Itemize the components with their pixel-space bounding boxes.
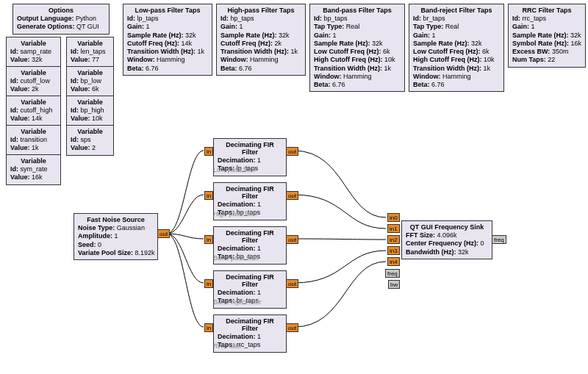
sink-freq-in-port[interactable]: freq (385, 269, 400, 278)
var-transition[interactable]: Variable Id: transition Value: 1k (6, 125, 61, 156)
fir-hp-caption: High-pass filter (213, 210, 257, 217)
fir-bp-in-port[interactable]: in (204, 235, 213, 244)
sink-in4-port[interactable]: in4 (387, 257, 400, 266)
lp-taps-block[interactable]: Low-pass Filter Taps Id: lp_taps Gain: 1… (123, 4, 212, 76)
var-cutoff-high[interactable]: Variable Id: cutoff_high Value: 14k (6, 96, 61, 126)
var-sps[interactable]: Variable Id: sps Value: 2 (66, 125, 114, 156)
fir-hp-out-port[interactable]: out (286, 191, 298, 200)
var-len-taps[interactable]: Variable Id: len_taps Value: 77 (66, 37, 114, 68)
fir-rrc-caption: RRC filter (213, 342, 242, 350)
var-sym-rate[interactable]: Variable Id: sym_rate Value: 16k (6, 154, 61, 185)
freq-sink-block[interactable]: QT GUI Frequency Sink FFT Size: 4.096k C… (401, 220, 492, 259)
sink-in3-port[interactable]: in3 (387, 246, 400, 255)
bp-taps-block[interactable]: Band-pass Filter Taps Id: bp_taps Tap Ty… (309, 4, 405, 92)
sink-in0-port[interactable]: in0 (387, 213, 400, 222)
fir-bp-caption: Band-pass filter (213, 254, 259, 262)
fir-hp-in-port[interactable]: in (204, 191, 213, 200)
var-samp-rate[interactable]: Variable Id: samp_rate Value: 32k (6, 37, 61, 68)
br-taps-block[interactable]: Band-reject Filter Taps Id: br_taps Tap … (409, 4, 504, 92)
fir-lp-out-port[interactable]: out (286, 147, 298, 156)
noise-out-port[interactable]: out (157, 229, 170, 238)
fir-br-caption: Band-reject filter (213, 298, 262, 306)
block-title: Options (17, 7, 105, 14)
var-cutoff-low[interactable]: Variable Id: cutoff_low Value: 2k (6, 66, 61, 97)
fir-bp-out-port[interactable]: out (286, 235, 298, 244)
rrc-taps-block[interactable]: RRC Filter Taps Id: rrc_taps Gain: 1 Sam… (508, 4, 586, 68)
var-bp-low[interactable]: Variable Id: bp_low Value: 6k (66, 66, 114, 97)
fir-rrc-in-port[interactable]: in (204, 323, 213, 332)
sink-bw-in-port[interactable]: bw (388, 280, 400, 289)
fir-lp-caption: Low-pass filter (213, 166, 256, 173)
fir-rrc-out-port[interactable]: out (286, 323, 298, 332)
fir-br-out-port[interactable]: out (286, 279, 298, 288)
sink-in2-port[interactable]: in2 (387, 235, 400, 244)
options-block[interactable]: Options Output Language: Python Generate… (12, 4, 110, 35)
fir-lp-in-port[interactable]: in (204, 147, 213, 156)
sink-freq-out-port[interactable]: freq (492, 235, 506, 244)
sink-in1-port[interactable]: in1 (387, 224, 400, 233)
var-bp-high[interactable]: Variable Id: bp_high Value: 10k (66, 96, 114, 126)
noise-source-block[interactable]: Fast Noise Source Noise Type: Gaussian A… (74, 213, 158, 260)
fir-br-in-port[interactable]: in (204, 279, 213, 288)
hp-taps-block[interactable]: High-pass Filter Taps Id: hp_taps Gain: … (216, 4, 306, 76)
